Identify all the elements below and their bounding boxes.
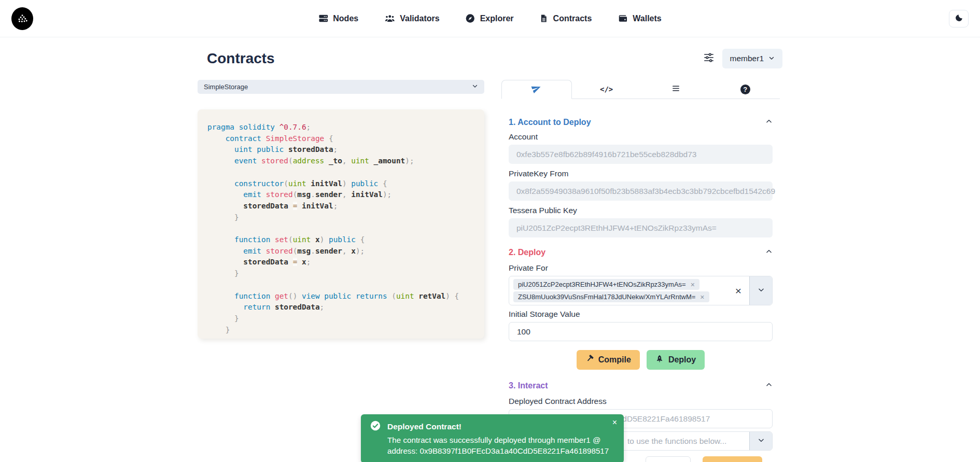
help-icon: ? xyxy=(740,85,750,94)
tab-source-code[interactable]: </> xyxy=(572,80,641,99)
validators-icon xyxy=(384,13,395,23)
multiselect-dropdown-toggle[interactable] xyxy=(749,276,772,305)
toast-close-icon[interactable]: × xyxy=(612,418,617,427)
member-select-button[interactable]: member1 xyxy=(722,49,782,68)
nav-item-wallets[interactable]: Wallets xyxy=(618,13,661,23)
section-title-text: 2. Deploy xyxy=(509,248,545,257)
nav-item-nodes[interactable]: Nodes xyxy=(318,13,358,23)
rocket-icon xyxy=(655,355,664,365)
toast-message: The contract was successfully deployed t… xyxy=(387,435,618,456)
deploy-button-label: Deploy xyxy=(668,355,696,365)
tab-help[interactable]: ? xyxy=(710,80,780,99)
tessera-public-key-input[interactable]: piU2051ZcP2ecpt3REthHJFW4+tENOsZikRpz33y… xyxy=(509,218,773,237)
quorum-dots-logo[interactable] xyxy=(11,7,33,30)
chip-remove-icon[interactable]: × xyxy=(700,293,704,301)
member-select-value: member1 xyxy=(730,54,764,63)
chevron-down-icon xyxy=(758,437,765,446)
section-title-text: 1. Account to Deploy xyxy=(509,118,591,127)
deployed-contract-address-label: Deployed Contract Address xyxy=(509,397,773,406)
compile-button-label: Compile xyxy=(598,355,631,365)
logo-dots xyxy=(15,11,30,26)
function-select-dropdown-toggle[interactable] xyxy=(749,432,772,450)
section-account-to-deploy[interactable]: 1. Account to Deploy xyxy=(509,118,773,127)
nodes-icon xyxy=(318,13,328,23)
private-for-chips: piU2051ZcP2ecpt3REthHJFW4+tENOsZikRpz33y… xyxy=(509,276,727,305)
private-for-chip[interactable]: ZSU8mUuok39VuSnsFmHal178JdUNekw/XmYLArRn… xyxy=(513,291,709,302)
deploy-button[interactable]: Deploy xyxy=(647,350,705,370)
nav-label: Validators xyxy=(400,14,439,23)
chip-value: ZSU8mUuok39VuSnsFmHal178JdUNekw/XmYLArRn… xyxy=(518,293,695,301)
deploy-panel-tabs: </> ? xyxy=(501,80,780,99)
section-title-text: 3. Interact xyxy=(509,381,548,390)
contract-select[interactable]: SimpleStorage xyxy=(198,80,484,94)
account-input[interactable]: 0xfe3b557e8fb62b89f4916b721be55ceb828dbd… xyxy=(509,145,773,164)
page-title: Contracts xyxy=(207,50,275,67)
privatekey-from-label: PrivateKey From xyxy=(509,169,773,178)
chevron-down-icon xyxy=(472,83,478,91)
private-for-multiselect[interactable]: piU2051ZcP2ecpt3REthHJFW4+tENOsZikRpz33y… xyxy=(509,276,773,305)
explorer-icon xyxy=(466,13,475,23)
hammer-icon xyxy=(585,355,594,365)
section-deploy[interactable]: 2. Deploy xyxy=(509,248,773,257)
chip-remove-icon[interactable]: × xyxy=(691,281,695,288)
wallets-icon xyxy=(618,13,628,23)
deploy-success-toast: Deployed Contract! The contract was succ… xyxy=(361,414,624,462)
compile-button[interactable]: Compile xyxy=(577,350,640,370)
tab-logs[interactable] xyxy=(641,80,711,99)
chevron-down-icon xyxy=(768,54,775,63)
account-label: Account xyxy=(509,132,773,142)
tab-deploy[interactable] xyxy=(501,80,572,99)
tessera-public-key-label: Tessera Public Key xyxy=(509,206,773,215)
initial-storage-label: Initial Storage Value xyxy=(509,310,773,319)
private-for-chip[interactable]: piU2051ZcP2ecpt3REthHJFW4+tENOsZikRpz33y… xyxy=(513,279,699,290)
privatekey-from-input[interactable]: 0x8f2a55949038a9610f50fb23b5883af3b4ecb3… xyxy=(509,181,773,201)
chevron-up-icon[interactable] xyxy=(765,248,773,257)
nav-item-validators[interactable]: Validators xyxy=(384,13,439,23)
paper-plane-icon xyxy=(531,83,541,95)
top-navigation-bar: Nodes Validators xyxy=(0,0,980,37)
nav-label: Wallets xyxy=(633,14,661,23)
solidity-code-viewer[interactable]: pragma solidity ^0.7.6; contract SimpleS… xyxy=(198,109,484,339)
chevron-up-icon[interactable] xyxy=(765,381,773,390)
interact-read-button-partial[interactable] xyxy=(646,456,691,462)
contracts-icon xyxy=(540,13,549,23)
dark-mode-toggle[interactable] xyxy=(949,10,969,27)
sliders-icon[interactable] xyxy=(703,52,715,65)
nav-label: Contracts xyxy=(553,14,592,23)
code-block: pragma solidity ^0.7.6; contract SimpleS… xyxy=(207,122,480,335)
toast-title: Deployed Contract! xyxy=(387,422,461,431)
clear-selection-icon[interactable]: × xyxy=(727,276,749,305)
private-for-label: Private For xyxy=(509,263,773,273)
check-circle-icon xyxy=(370,421,381,433)
chevron-down-icon xyxy=(758,286,765,296)
code-icon: </> xyxy=(600,85,613,93)
section-interact[interactable]: 3. Interact xyxy=(509,381,773,390)
moon-icon xyxy=(955,13,963,24)
interact-transact-button-partial[interactable] xyxy=(703,456,762,462)
contract-select-value: SimpleStorage xyxy=(204,83,248,91)
nav-item-explorer[interactable]: Explorer xyxy=(466,13,514,23)
list-icon xyxy=(671,84,680,95)
chip-value: piU2051ZcP2ecpt3REthHJFW4+tENOsZikRpz33y… xyxy=(518,281,686,288)
nav-label: Explorer xyxy=(480,14,514,23)
chevron-up-icon[interactable] xyxy=(765,118,773,127)
nav-label: Nodes xyxy=(333,14,358,23)
nav-item-contracts[interactable]: Contracts xyxy=(540,13,592,23)
initial-storage-input[interactable]: 100 xyxy=(509,322,773,341)
main-nav: Nodes Validators xyxy=(318,13,661,23)
